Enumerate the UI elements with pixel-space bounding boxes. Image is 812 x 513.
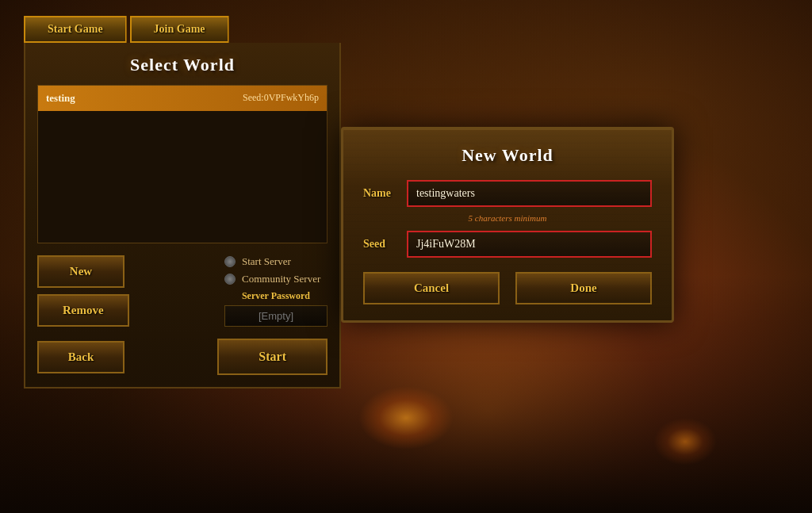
name-input[interactable] (407, 180, 652, 207)
start-button[interactable]: Start (217, 339, 327, 375)
new-remove-row: New (37, 255, 129, 288)
world-item-seed: Seed:0VPFwkYh6p (243, 92, 319, 105)
world-list: testing Seed:0VPFwkYh6p (37, 85, 327, 243)
server-password-input[interactable] (224, 305, 327, 327)
name-hint: 5 characters minimum (363, 213, 652, 223)
name-label: Name (363, 187, 399, 200)
join-game-tab[interactable]: Join Game (130, 16, 229, 43)
name-field-row: Name (363, 180, 652, 207)
back-button[interactable]: Back (37, 341, 124, 373)
start-server-option[interactable]: Start Server (224, 255, 327, 268)
new-button[interactable]: New (37, 255, 124, 288)
new-world-dialog: New World Name 5 characters minimum Seed… (341, 127, 674, 323)
done-button[interactable]: Done (515, 272, 652, 304)
seed-input[interactable] (407, 231, 652, 258)
start-game-tab[interactable]: Start Game (24, 16, 127, 43)
world-list-item[interactable]: testing Seed:0VPFwkYh6p (38, 86, 327, 111)
dialog-title: New World (363, 145, 652, 166)
start-server-radio[interactable] (224, 256, 236, 267)
community-server-radio[interactable] (224, 274, 236, 285)
remove-button[interactable]: Remove (37, 294, 129, 327)
action-buttons: New Remove (37, 255, 129, 327)
bottom-row: Back Start (37, 339, 327, 375)
start-server-label: Start Server (242, 255, 291, 268)
cancel-button[interactable]: Cancel (363, 272, 500, 304)
seed-label: Seed (363, 238, 399, 251)
community-server-option[interactable]: Community Server (224, 273, 327, 285)
remove-row: Remove (37, 294, 129, 327)
seed-field-row: Seed (363, 231, 652, 258)
server-password-label: Server Password (224, 290, 327, 302)
top-tabs: Start Game Join Game (24, 16, 229, 43)
select-world-title: Select World (37, 55, 327, 75)
world-item-name: testing (46, 92, 75, 105)
community-server-label: Community Server (242, 273, 320, 285)
dialog-buttons: Cancel Done (363, 272, 652, 304)
server-options: Start Server Community Server Server Pas… (224, 255, 327, 327)
select-world-panel: Select World testing Seed:0VPFwkYh6p New… (24, 43, 341, 389)
